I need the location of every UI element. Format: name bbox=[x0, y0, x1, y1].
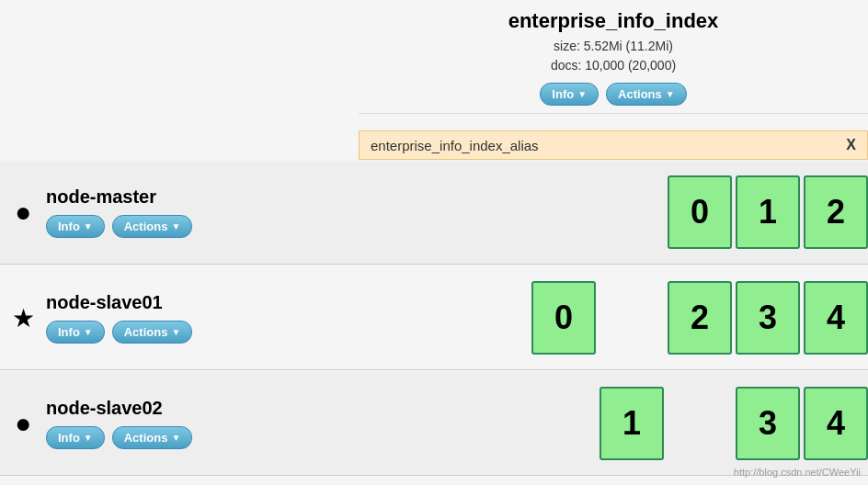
shard-box: 0 bbox=[531, 281, 596, 355]
node-slave02-shards: 1 3 4 bbox=[600, 387, 868, 460]
node-slave01-info: node-slave01 Info ▼ Actions ▼ bbox=[46, 292, 513, 344]
shard-gap bbox=[600, 281, 664, 355]
shard-box: 2 bbox=[668, 281, 732, 355]
circle-icon: ● bbox=[15, 197, 31, 228]
shard-box: 3 bbox=[736, 387, 800, 460]
shard-box: 4 bbox=[804, 387, 868, 460]
shard-gap bbox=[668, 387, 732, 460]
alias-bar: enterprise_info_index_alias X bbox=[359, 130, 868, 160]
node-slave01-actions-button[interactable]: Actions ▼ bbox=[112, 321, 193, 344]
node-slave01-buttons: Info ▼ Actions ▼ bbox=[46, 321, 513, 344]
index-info-button[interactable]: Info ▼ bbox=[540, 83, 599, 106]
node-master-buttons: Info ▼ Actions ▼ bbox=[46, 215, 649, 238]
shard-box: 4 bbox=[804, 281, 868, 355]
chevron-down-icon: ▼ bbox=[84, 327, 93, 337]
node-master-row: ● node-master Info ▼ Actions ▼ 0 1 2 bbox=[0, 161, 868, 265]
node-slave02-name: node-slave02 bbox=[46, 398, 581, 419]
node-slave01-name: node-slave01 bbox=[46, 292, 513, 313]
node-master-name: node-master bbox=[46, 186, 649, 208]
shard-box: 2 bbox=[804, 175, 868, 249]
chevron-down-icon: ▼ bbox=[171, 327, 180, 337]
watermark: http://blog.csdn.net/CWeeYii bbox=[734, 467, 861, 478]
alias-label: enterprise_info_index_alias bbox=[371, 138, 539, 153]
node-master-shards: 0 1 2 bbox=[668, 175, 868, 249]
node-slave02-info: node-slave02 Info ▼ Actions ▼ bbox=[46, 398, 581, 449]
index-title: enterprise_info_index bbox=[373, 9, 853, 33]
chevron-down-icon: ▼ bbox=[84, 221, 93, 231]
shard-box: 1 bbox=[600, 387, 664, 460]
node-slave02-row: ● node-slave02 Info ▼ Actions ▼ 1 3 4 bbox=[0, 372, 868, 476]
chevron-down-icon: ▼ bbox=[577, 89, 587, 99]
node-slave01-icon: ★ bbox=[0, 303, 46, 333]
node-slave02-buttons: Info ▼ Actions ▼ bbox=[46, 426, 581, 449]
node-slave02-info-button[interactable]: Info ▼ bbox=[46, 426, 105, 449]
alias-close-button[interactable]: X bbox=[846, 137, 856, 153]
node-master-info: node-master Info ▼ Actions ▼ bbox=[46, 186, 649, 238]
chevron-down-icon: ▼ bbox=[666, 89, 675, 99]
chevron-down-icon: ▼ bbox=[84, 433, 93, 443]
chevron-down-icon: ▼ bbox=[171, 433, 180, 443]
node-slave02-icon: ● bbox=[0, 408, 46, 439]
node-master-icon: ● bbox=[0, 197, 46, 228]
shard-box: 0 bbox=[668, 175, 732, 249]
index-docs: docs: 10,000 (20,000) bbox=[373, 56, 853, 75]
node-slave01-row: ★ node-slave01 Info ▼ Actions ▼ 0 2 3 4 bbox=[0, 266, 868, 370]
chevron-down-icon: ▼ bbox=[171, 221, 180, 231]
index-header: enterprise_info_index size: 5.52Mi (11.2… bbox=[359, 0, 868, 114]
node-master-info-button[interactable]: Info ▼ bbox=[46, 215, 105, 238]
index-size: size: 5.52Mi (11.2Mi) bbox=[373, 37, 853, 56]
shard-box: 1 bbox=[736, 175, 800, 249]
circle-icon: ● bbox=[15, 408, 31, 439]
node-slave02-actions-button[interactable]: Actions ▼ bbox=[112, 426, 193, 449]
shard-box: 3 bbox=[736, 281, 800, 355]
index-buttons: Info ▼ Actions ▼ bbox=[373, 83, 853, 106]
star-icon: ★ bbox=[12, 303, 35, 333]
node-master-actions-button[interactable]: Actions ▼ bbox=[112, 215, 193, 238]
index-actions-button[interactable]: Actions ▼ bbox=[606, 83, 687, 106]
main-container: enterprise_info_index size: 5.52Mi (11.2… bbox=[0, 0, 868, 485]
node-slave01-info-button[interactable]: Info ▼ bbox=[46, 321, 105, 344]
node-slave01-shards: 0 2 3 4 bbox=[531, 281, 868, 355]
